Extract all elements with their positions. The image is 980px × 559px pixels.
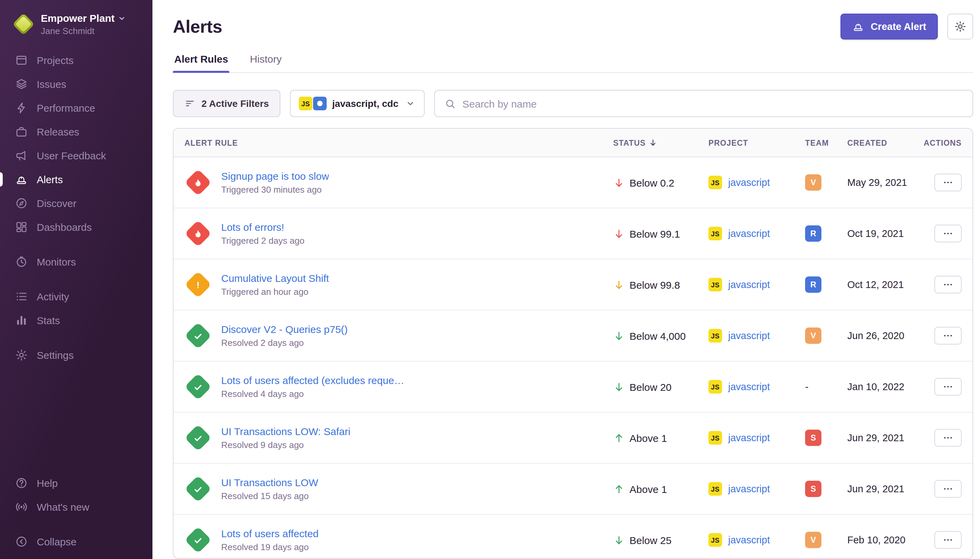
team-cell: S (805, 430, 847, 446)
sidebar-item[interactable]: Performance (0, 96, 152, 120)
alert-rule-link[interactable]: Cumulative Layout Shift (221, 272, 329, 284)
team-avatar: V (805, 532, 822, 548)
search-box[interactable] (434, 90, 973, 117)
sidebar-footer-item-icon (15, 476, 28, 490)
ellipsis-icon (942, 432, 954, 443)
status-threshold: Below 20 (630, 381, 671, 392)
alert-rule-link[interactable]: Discover V2 - Queries p75() (221, 323, 348, 335)
sidebar-item[interactable]: Alerts (0, 167, 152, 191)
tab-bar: Alert Rules History (173, 53, 973, 73)
project-filter-value: javascript, cdc (332, 98, 398, 109)
alert-rule-trigger-detail: Triggered 30 minutes ago (221, 185, 329, 195)
sidebar-footer-item[interactable]: Help (0, 471, 152, 495)
page-title: Alerts (173, 16, 222, 37)
sidebar-item-icon (15, 221, 28, 233)
sidebar-item[interactable]: Releases (0, 120, 152, 144)
siren-icon (852, 20, 865, 33)
column-header-project[interactable]: Project (708, 139, 805, 147)
project-link[interactable]: javascript (728, 228, 770, 239)
column-header-status[interactable]: Status (613, 138, 708, 147)
alert-rule-row: UI Transactions LOW Resolved 15 days ago… (173, 464, 972, 515)
project-link[interactable]: javascript (728, 330, 770, 341)
page-header: Alerts Create Alert (173, 13, 973, 40)
sidebar-item[interactable]: Stats (0, 308, 152, 332)
sidebar-item[interactable]: Activity (0, 284, 152, 308)
tab[interactable]: History (248, 53, 283, 72)
sidebar-footer-item-label: Collapse (37, 536, 77, 547)
org-switcher[interactable]: Empower Plant Jane Schmidt (0, 10, 152, 41)
sidebar-item-icon (15, 54, 28, 67)
ellipsis-icon (942, 177, 954, 188)
project-link[interactable]: javascript (728, 483, 770, 495)
sidebar-item-label: User Feedback (37, 150, 106, 161)
team-avatar: - (805, 380, 808, 392)
arrow-down-icon (613, 534, 625, 546)
sidebar-item-label: Settings (37, 349, 74, 361)
check-icon (193, 433, 203, 443)
tab[interactable]: Alert Rules (173, 53, 229, 72)
severity-diamond-icon (185, 373, 212, 400)
row-actions-button[interactable] (934, 225, 962, 242)
ellipsis-icon (942, 381, 954, 392)
alert-rule-link[interactable]: Lots of errors! (221, 221, 305, 233)
actions-cell (924, 429, 962, 447)
alert-rule-cell: Cumulative Layout Shift Triggered an hou… (185, 271, 613, 298)
created-date: Oct 19, 2021 (847, 228, 924, 239)
team-cell: V (805, 532, 847, 548)
alert-rule-link[interactable]: Lots of users affected (excludes reque… (221, 374, 404, 386)
arrow-up-icon (613, 432, 625, 443)
team-cell: V (805, 327, 847, 344)
row-actions-button[interactable] (934, 480, 962, 498)
arrow-down-icon (613, 330, 625, 341)
row-actions-button[interactable] (934, 531, 962, 549)
column-header-created[interactable]: Created (847, 139, 924, 147)
alert-rule-row: Lots of users affected (excludes reque… … (173, 362, 972, 413)
javascript-platform-icon: JS (708, 380, 722, 394)
create-alert-button[interactable]: Create Alert (841, 13, 938, 40)
sidebar-item-icon (15, 197, 28, 210)
sidebar-item[interactable]: Projects (0, 48, 152, 72)
sidebar-item[interactable]: Issues (0, 72, 152, 96)
row-actions-button[interactable] (934, 174, 962, 191)
column-header-team[interactable]: Team (805, 139, 847, 147)
alert-rule-link[interactable]: UI Transactions LOW: Safari (221, 425, 350, 437)
severity-diamond-icon (185, 220, 212, 247)
team-cell: V (805, 174, 847, 191)
status-threshold: Below 99.8 (630, 279, 680, 290)
project-link[interactable]: javascript (728, 177, 770, 188)
active-filters-button[interactable]: 2 Active Filters (173, 90, 280, 117)
status-threshold: Above 1 (630, 432, 667, 443)
column-header-alert-rule[interactable]: Alert Rule (185, 139, 613, 147)
sidebar-item[interactable]: Monitors (0, 250, 152, 274)
row-actions-button[interactable] (934, 429, 962, 447)
alert-rule-link[interactable]: Lots of users affected (221, 528, 318, 539)
ellipsis-icon (942, 228, 954, 239)
alert-settings-button[interactable] (947, 13, 973, 40)
alert-rule-row: Lots of errors! Triggered 2 days ago Bel… (173, 208, 972, 260)
project-link[interactable]: javascript (728, 279, 770, 290)
project-link[interactable]: javascript (728, 381, 770, 392)
project-filter-dropdown[interactable]: JS javascript, cdc (290, 90, 425, 117)
javascript-platform-icon: JS (299, 97, 312, 110)
severity-diamond-icon (185, 526, 212, 554)
javascript-platform-icon: JS (708, 329, 722, 342)
row-actions-button[interactable] (934, 327, 962, 344)
arrow-up-icon (613, 483, 625, 495)
alert-rule-trigger-detail: Resolved 4 days ago (221, 389, 404, 399)
row-actions-button[interactable] (934, 378, 962, 395)
sidebar-item[interactable]: Settings (0, 343, 152, 367)
sidebar-item[interactable]: User Feedback (0, 144, 152, 167)
app-root: Empower Plant Jane Schmidt Projects Issu… (0, 0, 980, 559)
sidebar-footer-item[interactable]: What's new (0, 495, 152, 519)
row-actions-button[interactable] (934, 276, 962, 293)
project-link[interactable]: javascript (728, 534, 770, 546)
alert-rule-trigger-detail: Resolved 9 days ago (221, 440, 350, 450)
sidebar-item[interactable]: Dashboards (0, 215, 152, 239)
alert-rule-link[interactable]: UI Transactions LOW (221, 476, 318, 488)
project-link[interactable]: javascript (728, 432, 770, 443)
alert-rule-link[interactable]: Signup page is too slow (221, 170, 329, 182)
sidebar-footer-item[interactable]: Collapse (0, 530, 152, 554)
search-input[interactable] (462, 98, 963, 109)
sidebar-item[interactable]: Discover (0, 191, 152, 215)
flame-icon (193, 177, 203, 188)
